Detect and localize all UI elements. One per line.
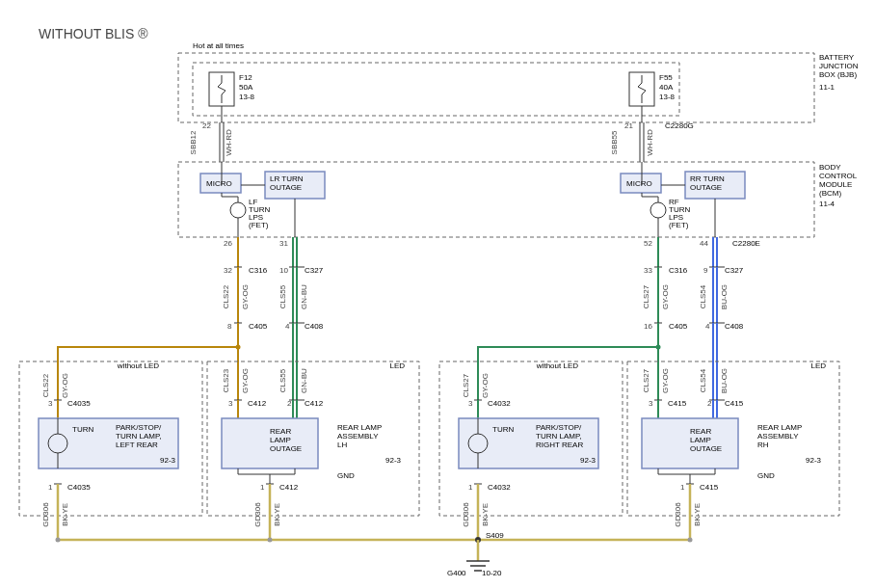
svg-text:92-3: 92-3: [160, 456, 176, 465]
svg-text:CLS54: CLS54: [699, 284, 707, 308]
bjb-label: BATTERYJUNCTIONBOX (BJB): [819, 53, 859, 79]
svg-text:CLS27: CLS27: [462, 373, 470, 397]
wh-rd-1: WH-RD: [225, 129, 233, 156]
svg-text:8: 8: [227, 322, 232, 331]
svg-text:GN-BU: GN-BU: [300, 284, 308, 309]
svg-text:BK-YE: BK-YE: [273, 503, 281, 526]
svg-text:3: 3: [468, 399, 473, 408]
bjb-box: [178, 53, 814, 122]
svg-text:1: 1: [680, 483, 685, 492]
svg-text:1: 1: [260, 483, 265, 492]
pin-21: 21: [624, 121, 633, 130]
svg-text:C316: C316: [669, 266, 688, 275]
wh-rd-2: WH-RD: [646, 129, 654, 156]
svg-text:LED: LED: [810, 361, 826, 370]
svg-text:LFTURNLPS(FET): LFTURNLPS(FET): [249, 198, 270, 229]
svg-text:C4032: C4032: [488, 399, 511, 408]
svg-text:C327: C327: [725, 266, 744, 275]
svg-text:92-3: 92-3: [385, 456, 402, 465]
hot-label: Hot at all times: [193, 41, 244, 50]
svg-text:C415: C415: [700, 483, 719, 492]
svg-text:C412: C412: [248, 399, 267, 408]
svg-text:C415: C415: [668, 399, 687, 408]
svg-text:GY-OG: GY-OG: [241, 284, 250, 309]
svg-point-16: [230, 202, 246, 218]
svg-point-144: [688, 538, 693, 543]
svg-text:31: 31: [279, 239, 288, 248]
svg-text:GY-OG: GY-OG: [481, 373, 490, 398]
svg-text:TURN: TURN: [492, 425, 514, 434]
svg-text:GY-OG: GY-OG: [661, 284, 670, 309]
svg-text:BU-OG: BU-OG: [720, 284, 729, 309]
svg-point-140: [236, 345, 241, 350]
svg-text:PARK/STOP/TURN LAMP,LEFT REAR: PARK/STOP/TURN LAMP,LEFT REAR: [116, 423, 162, 449]
pin-22: 22: [202, 121, 211, 130]
svg-text:CLS22: CLS22: [222, 284, 230, 308]
svg-text:CLS22: CLS22: [41, 373, 50, 397]
diagram-title: WITHOUT BLIS ®: [39, 26, 148, 41]
svg-text:GY-OG: GY-OG: [241, 368, 250, 393]
svg-text:CLS54: CLS54: [699, 368, 707, 392]
svg-text:92-3: 92-3: [580, 456, 597, 465]
svg-point-21: [650, 202, 666, 218]
svg-text:PARK/STOP/TURN LAMP,RIGHT REAR: PARK/STOP/TURN LAMP,RIGHT REAR: [536, 423, 583, 449]
svg-text:1: 1: [48, 483, 53, 492]
svg-text:REAR LAMPASSEMBLYRH: REAR LAMPASSEMBLYRH: [757, 423, 802, 449]
svg-text:44: 44: [700, 239, 708, 248]
svg-text:RFTURNLPS(FET): RFTURNLPS(FET): [669, 198, 690, 229]
svg-text:MICRO: MICRO: [206, 179, 232, 188]
svg-text:1: 1: [468, 483, 473, 492]
svg-point-142: [56, 538, 61, 543]
svg-text:C408: C408: [725, 322, 744, 331]
svg-text:10: 10: [279, 266, 288, 275]
svg-text:GND: GND: [757, 471, 775, 480]
svg-text:C327: C327: [305, 266, 324, 275]
svg-text:C405: C405: [669, 322, 688, 331]
svg-text:REAR LAMPASSEMBLYLH: REAR LAMPASSEMBLYLH: [337, 423, 382, 449]
svg-text:GY-OG: GY-OG: [61, 373, 69, 398]
svg-text:CLS27: CLS27: [642, 368, 650, 392]
svg-text:3: 3: [649, 399, 653, 408]
fuse-f55: F55 40A 13-8: [629, 72, 676, 106]
svg-text:RR TURNOUTAGE: RR TURNOUTAGE: [690, 174, 725, 192]
svg-text:GD306: GD306: [253, 502, 262, 527]
svg-text:F12: F12: [239, 73, 252, 82]
svg-text:GY-OG: GY-OG: [661, 368, 670, 393]
svg-text:BK-YE: BK-YE: [61, 503, 69, 526]
svg-text:C316: C316: [249, 266, 268, 275]
svg-text:33: 33: [644, 266, 652, 275]
svg-text:C4035: C4035: [67, 483, 91, 492]
sbb12: SBB12: [189, 130, 198, 154]
svg-text:without LED: without LED: [536, 361, 578, 370]
svg-point-143: [268, 538, 273, 543]
bjb-ref: 11-1: [819, 83, 835, 92]
conn-c2280e: C2280E: [732, 239, 760, 248]
svg-text:without LED: without LED: [117, 361, 159, 370]
svg-text:92-3: 92-3: [806, 456, 822, 465]
svg-point-141: [656, 345, 661, 350]
svg-text:40A: 40A: [659, 83, 674, 92]
svg-text:CLS27: CLS27: [642, 284, 650, 308]
svg-text:52: 52: [644, 239, 652, 248]
svg-text:TURN: TURN: [72, 425, 93, 434]
svg-text:26: 26: [224, 239, 232, 248]
svg-text:C405: C405: [249, 322, 268, 331]
svg-text:BK-YE: BK-YE: [693, 503, 702, 526]
svg-text:BU-OG: BU-OG: [720, 368, 729, 393]
svg-text:16: 16: [644, 322, 652, 331]
svg-text:GND: GND: [337, 471, 355, 480]
svg-text:GD306: GD306: [674, 502, 682, 527]
svg-text:F55: F55: [659, 73, 673, 82]
svg-text:GD306: GD306: [41, 502, 50, 527]
svg-text:3: 3: [228, 399, 233, 408]
svg-text:CLS23: CLS23: [222, 368, 230, 392]
rf-fet: RFTURNLPS(FET): [650, 197, 690, 237]
svg-text:50A: 50A: [239, 83, 253, 92]
svg-text:3: 3: [48, 399, 53, 408]
lf-fet: LFTURNLPS(FET): [230, 197, 270, 237]
svg-text:13-8: 13-8: [239, 93, 255, 101]
svg-text:GD306: GD306: [462, 502, 470, 527]
svg-text:13-8: 13-8: [659, 93, 676, 101]
sbb55: SBB55: [610, 130, 619, 154]
svg-text:BK-YE: BK-YE: [481, 503, 490, 526]
